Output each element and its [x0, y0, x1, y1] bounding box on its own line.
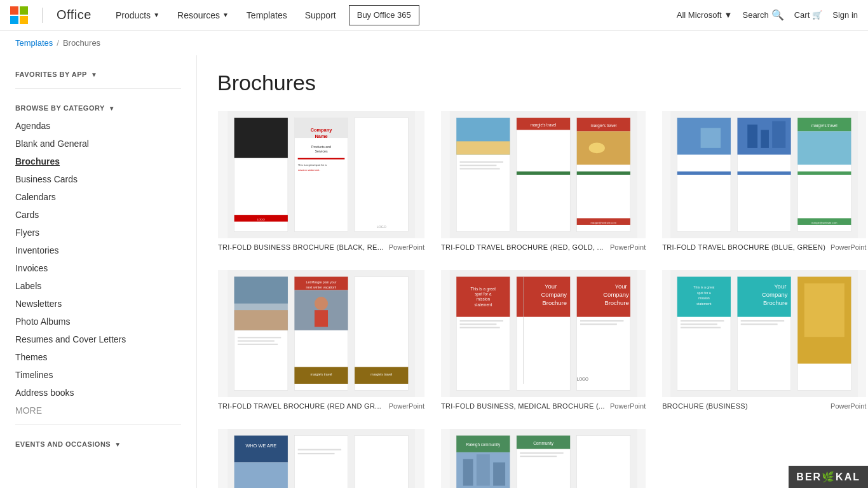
svg-rect-34	[460, 161, 503, 163]
favorites-chevron: ▼	[91, 71, 97, 78]
cart-icon: 🛒	[812, 10, 822, 20]
breadcrumb-current: Brochures	[63, 38, 100, 48]
svg-rect-69	[315, 310, 328, 327]
svg-rect-132	[298, 453, 335, 454]
svg-text:Your: Your	[615, 283, 627, 290]
all-microsoft-button[interactable]: All Microsoft ▼	[677, 10, 733, 20]
page-title: Brochures	[217, 71, 867, 95]
breadcrumb-separator: /	[57, 38, 59, 48]
search-button[interactable]: Search 🔍	[742, 9, 783, 21]
template-card-5[interactable]: This is a great spot for a mission state…	[661, 269, 867, 413]
svg-text:Brochure: Brochure	[763, 299, 787, 306]
buy-office-button[interactable]: Buy Office 365	[349, 5, 419, 25]
svg-rect-44	[701, 128, 721, 148]
template-card-6[interactable]: WHO WE ARE WHO WE ARE BROCHURE PowerPoin…	[217, 428, 425, 488]
sidebar-item-more[interactable]: MORE	[15, 402, 196, 419]
template-card-0[interactable]: Company Name Products and Services This …	[217, 111, 425, 254]
svg-text:This is a great: This is a great	[694, 285, 715, 289]
svg-rect-99	[580, 320, 623, 322]
nav-templates[interactable]: Templates	[239, 0, 295, 30]
sidebar-item-photo-albums[interactable]: Photo Albums	[15, 313, 196, 330]
sidebar-item-agendas[interactable]: Agendas	[15, 117, 196, 135]
office-label[interactable]: Office	[57, 8, 92, 22]
browse-section[interactable]: BROWSE BY CATEGORY ▼	[15, 94, 196, 117]
svg-rect-48	[772, 121, 785, 148]
svg-rect-117	[681, 323, 717, 325]
sidebar-item-newsletters[interactable]: Newsletters	[15, 295, 196, 313]
svg-rect-25	[456, 141, 510, 154]
sidebar-divider-2	[15, 424, 181, 425]
sidebar-item-labels[interactable]: Labels	[15, 277, 196, 295]
template-card-1[interactable]: margie's travel margie's travel	[440, 111, 646, 254]
template-card-3[interactable]: Let Margie plan your next winter vacatio…	[217, 269, 425, 413]
template-thumb-1: margie's travel margie's travel	[441, 111, 646, 238]
template-thumb-4: This is a great spot for a mission state…	[441, 270, 646, 397]
template-grid: Company Name Products and Services This …	[217, 111, 867, 488]
svg-text:mission: mission	[698, 296, 710, 300]
sign-in-button[interactable]: Sign in	[832, 10, 858, 20]
template-app-1: PowerPoint	[610, 243, 646, 251]
svg-text:Company: Company	[541, 291, 567, 298]
svg-point-29	[589, 142, 605, 153]
nav-products[interactable]: Products ▼	[108, 0, 167, 30]
sidebar-item-flyers[interactable]: Flyers	[15, 224, 196, 241]
template-name-3: TRI-FOLD TRAVEL BROCHURE (RED AND GR...	[218, 402, 384, 410]
svg-text:margie@website.com: margie@website.com	[591, 221, 617, 224]
svg-rect-127	[234, 463, 288, 488]
template-app-5: PowerPoint	[831, 402, 866, 410]
template-card-2[interactable]: margie's travel margie@website.com TRI-F…	[661, 111, 867, 254]
svg-rect-51	[797, 132, 851, 165]
sidebar-item-blank[interactable]: Blank and General	[15, 135, 196, 152]
nav-resources[interactable]: Resources ▼	[170, 0, 236, 30]
template-card-7[interactable]: Raleigh community Community	[440, 428, 646, 488]
template-name-1: TRI-FOLD TRAVEL BROCHURE (RED, GOLD, ...	[441, 243, 605, 251]
svg-text:mission: mission	[477, 297, 491, 301]
svg-rect-47	[761, 130, 770, 147]
svg-rect-116	[681, 320, 724, 322]
svg-rect-141	[477, 454, 490, 485]
template-thumb-5: This is a great spot for a mission state…	[662, 270, 866, 397]
sidebar-item-business-cards[interactable]: Business Cards	[15, 170, 196, 188]
svg-text:Services: Services	[315, 149, 328, 153]
events-section[interactable]: EVENTS AND OCCASIONS ▼	[15, 430, 196, 453]
sidebar-item-brochures[interactable]: Brochures	[15, 152, 196, 170]
svg-text:statement: statement	[475, 302, 492, 307]
svg-rect-63	[234, 310, 288, 330]
template-info-3: TRI-FOLD TRAVEL BROCHURE (RED AND GR... …	[218, 397, 424, 412]
svg-rect-86	[460, 320, 503, 322]
sidebar-item-calendars[interactable]: Calendars	[15, 188, 196, 206]
all-microsoft-chevron: ▼	[724, 10, 733, 20]
cart-button[interactable]: Cart 🛒	[794, 10, 823, 20]
svg-rect-0	[10, 6, 18, 15]
sidebar-divider-1	[15, 88, 181, 89]
template-app-2: PowerPoint	[831, 243, 866, 251]
svg-text:spot for a: spot for a	[697, 291, 711, 295]
sidebar-item-cards[interactable]: Cards	[15, 206, 196, 224]
svg-text:LOGO: LOGO	[377, 225, 386, 229]
microsoft-logo	[10, 6, 28, 24]
svg-rect-87	[460, 323, 497, 325]
svg-rect-88	[460, 327, 500, 328]
sidebar-item-resumes[interactable]: Resumes and Cover Letters	[15, 330, 196, 348]
template-card-4[interactable]: This is a great spot for a mission state…	[440, 269, 646, 413]
nav-support[interactable]: Support	[297, 0, 344, 30]
sidebar-item-themes[interactable]: Themes	[15, 348, 196, 366]
breadcrumb-templates[interactable]: Templates	[15, 38, 53, 48]
svg-rect-33	[577, 172, 630, 175]
events-chevron: ▼	[114, 441, 121, 448]
svg-rect-62	[234, 277, 288, 304]
sidebar-item-invoices[interactable]: Invoices	[15, 259, 196, 277]
svg-rect-100	[580, 323, 617, 325]
sidebar-item-address-books[interactable]: Address books	[15, 384, 196, 402]
svg-text:Company: Company	[311, 127, 332, 133]
template-app-3: PowerPoint	[389, 402, 424, 410]
svg-rect-148	[520, 452, 563, 454]
svg-text:LOGO: LOGO	[577, 377, 588, 381]
favorites-section[interactable]: FAVORITES BY APP ▼	[15, 60, 196, 83]
sidebar-item-inventories[interactable]: Inventories	[15, 241, 196, 259]
sidebar-item-timelines[interactable]: Timelines	[15, 366, 196, 384]
svg-rect-75	[238, 341, 275, 342]
svg-rect-54	[797, 172, 851, 175]
svg-rect-118	[681, 327, 721, 328]
svg-rect-140	[463, 459, 473, 485]
